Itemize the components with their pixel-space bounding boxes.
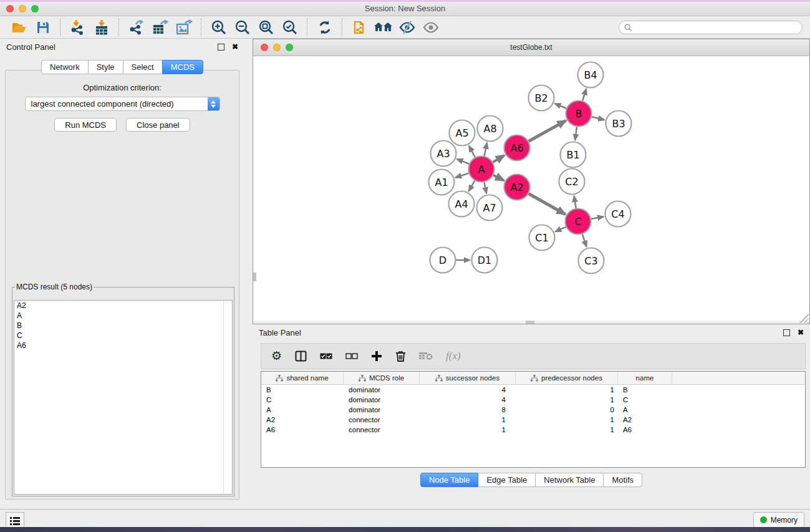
tab-node-table[interactable]: Node Table [420,473,479,487]
horizontal-scrollbar-thumb[interactable] [526,321,534,324]
graph-node-C3[interactable]: C3 [579,248,604,274]
edge-A-A6[interactable] [493,155,504,162]
minimize-window-button[interactable] [19,5,26,12]
column-header-predecessor-nodes[interactable]: predecessor nodes [516,372,618,384]
zoom-window-button[interactable] [31,5,39,12]
edge-A-A5[interactable] [469,146,475,157]
graph-node-C4[interactable]: C4 [605,201,631,227]
tab-edge-table[interactable]: Edge Table [478,473,536,487]
column-header-mcds-role[interactable]: MCDS role [344,372,420,384]
delete-column-icon[interactable] [395,349,406,364]
edge-A-A2[interactable] [493,175,504,181]
graph-node-D[interactable]: D [430,248,456,273]
show-all-icon[interactable] [422,18,440,37]
tab-mcds[interactable]: MCDS [162,60,203,74]
edge-B-B4[interactable] [582,89,586,100]
import-table-icon[interactable] [92,18,111,37]
graph-node-B[interactable]: B [566,101,592,127]
table-row[interactable]: Adominator80A [261,405,805,415]
column-header-shared-name[interactable]: shared name [261,372,344,384]
edge-C-C4[interactable] [591,216,604,219]
edge-B-B3[interactable] [592,117,604,120]
edge-A2-C[interactable] [529,194,566,215]
delete-table-icon[interactable] [419,349,433,364]
mcds-result-item[interactable]: C [14,331,232,341]
close-table-panel-icon[interactable]: ✖ [798,329,804,336]
tab-network-table[interactable]: Network Table [535,473,604,487]
optimization-criterion-select[interactable]: largest connected component (directed) [25,97,220,111]
table-row[interactable]: Bdominator41B [261,385,805,395]
edge-C-C2[interactable] [574,196,576,208]
graph-node-A2[interactable]: A2 [504,175,530,200]
tab-motifs[interactable]: Motifs [603,473,642,487]
graph-node-B2[interactable]: B2 [529,85,554,111]
graph-node-C1[interactable]: C1 [529,225,555,251]
float-panel-icon[interactable] [218,44,224,51]
tab-style[interactable]: Style [88,60,123,74]
edge-A-A1[interactable] [455,173,468,178]
table-row[interactable]: A2connector11A2 [261,415,805,425]
tab-select[interactable]: Select [123,60,163,74]
tab-network[interactable]: Network [41,60,89,74]
edge-B-B2[interactable] [555,104,566,109]
refresh-icon[interactable] [316,18,334,37]
mcds-result-item[interactable]: A6 [14,341,232,351]
network-close-button[interactable] [261,44,268,51]
edge-B-B1[interactable] [575,127,577,140]
export-image-icon[interactable] [175,18,193,37]
memory-button[interactable]: Memory [753,512,804,528]
edge-A-A7[interactable] [484,182,486,193]
mcds-result-item[interactable]: A [14,311,232,321]
horizontal-scrollbar[interactable] [253,321,809,324]
mcds-result-list[interactable]: A2ABCA6 [14,300,233,495]
graph-node-A8[interactable]: A8 [478,116,503,142]
graph-node-A7[interactable]: A7 [477,195,503,221]
graph-node-A6[interactable]: A6 [504,135,530,161]
graph-node-B4[interactable]: B4 [578,62,604,88]
graph-node-C2[interactable]: C2 [559,169,585,195]
deselect-all-icon[interactable] [345,349,358,364]
close-window-button[interactable] [6,5,14,12]
edge-A-A8[interactable] [485,143,488,156]
first-neighbors-icon[interactable] [374,18,393,37]
graph-node-A4[interactable]: A4 [449,191,475,217]
network-minimize-button[interactable] [273,44,281,51]
export-table-icon[interactable] [151,18,170,37]
graph-node-A1[interactable]: A1 [429,170,455,195]
column-header-name[interactable]: name [618,372,672,384]
edge-C-C3[interactable] [582,234,587,246]
table-row[interactable]: Cdominator41C [261,395,805,405]
close-panel-icon[interactable]: ✖ [232,44,238,50]
column-header-successor-nodes[interactable]: successor nodes [420,372,516,384]
edge-C-C1[interactable] [555,227,566,232]
mcds-result-item[interactable]: A2 [14,301,232,311]
graph-node-C[interactable]: C [566,209,591,235]
result-scrollbar[interactable] [223,301,232,494]
edge-A-A4[interactable] [469,181,475,191]
graph-node-A3[interactable]: A3 [431,141,456,167]
network-zoom-button[interactable] [286,44,293,51]
zoom-selected-icon[interactable] [281,18,299,37]
graph-node-A5[interactable]: A5 [450,120,475,146]
edge-A-A3[interactable] [457,159,469,164]
graph-node-B3[interactable]: B3 [606,111,632,137]
export-network-icon[interactable] [127,18,146,37]
network-graph[interactable]: B4B2BB3A8A5A6A3B1AC2A1A2A4A7C4CC1DD1C3 [253,56,809,322]
run-mcds-button[interactable]: Run MCDS [54,118,117,132]
search-input[interactable] [636,22,794,32]
close-panel-button[interactable]: Close panel [126,118,190,132]
new-network-from-selection-icon[interactable] [350,18,369,37]
graph-node-A[interactable]: A [469,157,494,182]
zoom-out-icon[interactable] [233,18,252,37]
select-all-icon[interactable] [320,349,332,364]
vertical-scrollbar-thumb[interactable] [253,273,256,281]
hide-selected-icon[interactable] [398,18,417,37]
network-window-titlebar[interactable]: testGlobe.txt [253,39,809,56]
import-network-icon[interactable] [69,18,87,37]
mcds-result-item[interactable]: B [14,321,232,331]
graph-node-B1[interactable]: B1 [561,142,586,168]
open-session-icon[interactable] [10,18,29,37]
settings-gear-icon[interactable]: ⚙ [271,349,282,364]
network-canvas[interactable]: B4B2BB3A8A5A6A3B1AC2A1A2A4A7C4CC1DD1C3 [253,56,809,324]
add-column-icon[interactable] [371,349,382,364]
